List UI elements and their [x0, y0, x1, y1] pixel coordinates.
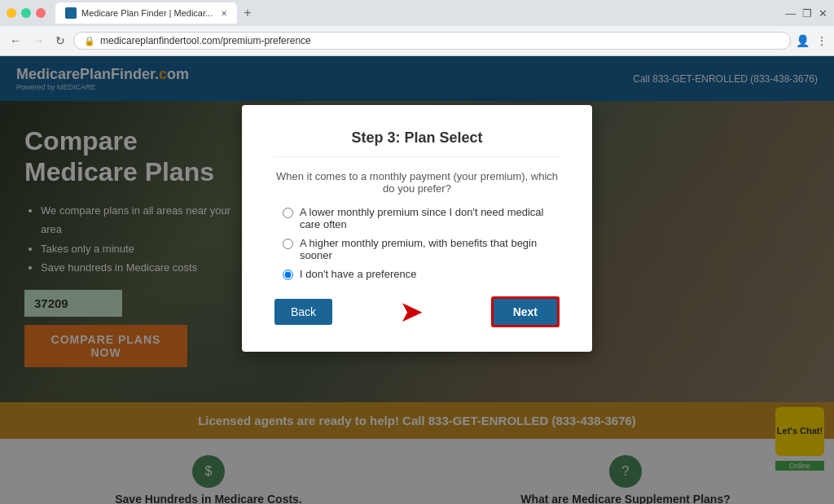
window-controls: — ❐ ✕: [785, 7, 827, 20]
lock-icon: 🔒: [84, 36, 95, 46]
arrow-indicator: ➤: [399, 297, 424, 327]
modal-option-3[interactable]: I don't have a preference: [283, 268, 560, 280]
modal-title: Step 3: Plan Select: [274, 129, 560, 157]
account-icon[interactable]: 👤: [796, 34, 810, 47]
back-button[interactable]: Back: [274, 299, 332, 325]
browser-titlebar: Medicare Plan Finder | Medicar... ✕ + — …: [0, 0, 834, 26]
browser-window-controls: [7, 8, 46, 18]
browser-tab[interactable]: Medicare Plan Finder | Medicar... ✕: [55, 2, 237, 24]
browser-right-icons: 👤 ⋮: [796, 34, 827, 47]
radio-option-1[interactable]: [283, 208, 293, 218]
option-1-label: A lower monthly premium since I don't ne…: [300, 206, 560, 230]
next-button[interactable]: Next: [491, 296, 560, 327]
minimize-button[interactable]: [7, 8, 16, 18]
modal-buttons: Back ➤ Next: [274, 296, 560, 327]
browser-chrome: Medicare Plan Finder | Medicar... ✕ + — …: [0, 0, 834, 56]
option-2-label: A higher monthly premium, with benefits …: [300, 237, 560, 261]
back-nav-button[interactable]: ←: [7, 33, 24, 49]
address-url: medicareplanfindertool.com/premium-prefe…: [100, 35, 311, 46]
restore-window-icon[interactable]: ❐: [802, 7, 812, 20]
forward-nav-button[interactable]: →: [29, 33, 47, 49]
close-window-icon[interactable]: ✕: [819, 7, 827, 20]
modal-options: A lower monthly premium since I don't ne…: [274, 206, 560, 280]
modal-option-1[interactable]: A lower monthly premium since I don't ne…: [283, 206, 560, 230]
modal-option-2[interactable]: A higher monthly premium, with benefits …: [283, 237, 560, 261]
tab-favicon: [65, 7, 77, 19]
radio-option-3[interactable]: [283, 270, 293, 280]
browser-addressbar: ← → ↻ 🔒 medicareplanfindertool.com/premi…: [0, 26, 834, 55]
tab-title: Medicare Plan Finder | Medicar...: [81, 8, 213, 18]
modal-overlay: Step 3: Plan Select When it comes to a m…: [0, 56, 834, 504]
plan-select-modal: Step 3: Plan Select When it comes to a m…: [242, 105, 592, 352]
settings-icon[interactable]: ⋮: [816, 34, 827, 47]
modal-question: When it comes to a monthly payment (your…: [274, 170, 560, 195]
restore-button[interactable]: [21, 8, 31, 18]
radio-option-2[interactable]: [283, 239, 293, 249]
close-button[interactable]: [36, 8, 46, 18]
reload-button[interactable]: ↻: [52, 33, 68, 49]
option-3-label: I don't have a preference: [300, 268, 416, 280]
tab-close-icon[interactable]: ✕: [221, 9, 227, 18]
new-tab-button[interactable]: +: [240, 6, 254, 20]
address-bar[interactable]: 🔒 medicareplanfindertool.com/premium-pre…: [73, 32, 791, 50]
minimize-window-icon[interactable]: —: [785, 7, 796, 20]
page-content: MedicarePlanFinder.com Powered by MEDICA…: [0, 56, 834, 504]
